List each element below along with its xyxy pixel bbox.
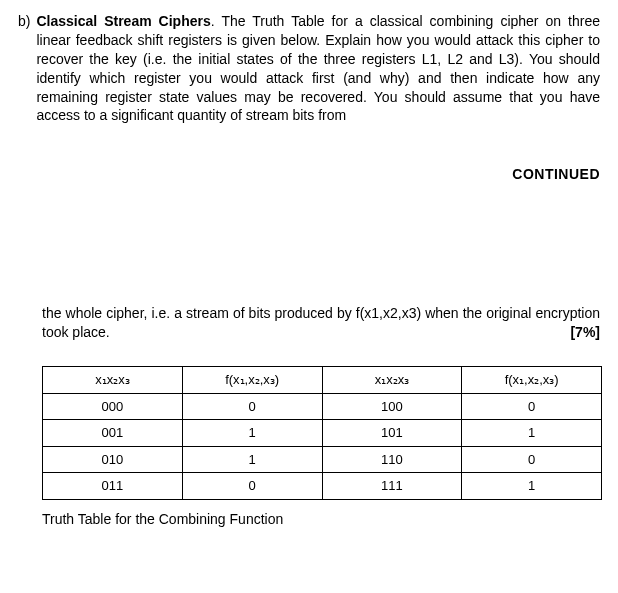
- paragraph-2-text: the whole cipher, i.e. a stream of bits …: [42, 305, 600, 340]
- cell-l-out: 0: [182, 473, 322, 500]
- question-title: Classical Stream Ciphers: [36, 13, 210, 29]
- cell-l-out: 0: [182, 393, 322, 420]
- cell-r-in: 100: [322, 393, 462, 420]
- table-caption: Truth Table for the Combining Function: [42, 510, 600, 529]
- cell-l-in: 010: [43, 446, 183, 473]
- table-header-row: x₁x₂x₃ f(x₁,x₂,x₃) x₁x₂x₃ f(x₁,x₂,x₃): [43, 367, 602, 394]
- cell-l-in: 001: [43, 420, 183, 447]
- question-text-1: . The Truth Table for a classical combin…: [36, 13, 600, 123]
- cell-l-out: 1: [182, 420, 322, 447]
- th-left-output: f(x₁,x₂,x₃): [182, 367, 322, 394]
- cell-r-out: 1: [462, 473, 602, 500]
- table-row: 001 1 101 1: [43, 420, 602, 447]
- th-right-output: f(x₁,x₂,x₃): [462, 367, 602, 394]
- th-right-input: x₁x₂x₃: [322, 367, 462, 394]
- cell-r-in: 101: [322, 420, 462, 447]
- cell-r-out: 1: [462, 420, 602, 447]
- truth-table: x₁x₂x₃ f(x₁,x₂,x₃) x₁x₂x₃ f(x₁,x₂,x₃) 00…: [42, 366, 602, 500]
- th-left-input: x₁x₂x₃: [43, 367, 183, 394]
- cell-l-in: 000: [43, 393, 183, 420]
- question-label: b): [18, 12, 30, 125]
- question-block: b) Classical Stream Ciphers. The Truth T…: [18, 12, 600, 125]
- cell-r-in: 111: [322, 473, 462, 500]
- marks-label: [7%]: [570, 323, 600, 342]
- cell-l-out: 1: [182, 446, 322, 473]
- paragraph-2: the whole cipher, i.e. a stream of bits …: [42, 304, 600, 342]
- table-row: 000 0 100 0: [43, 393, 602, 420]
- continued-label: CONTINUED: [18, 165, 600, 184]
- table-row: 011 0 111 1: [43, 473, 602, 500]
- cell-l-in: 011: [43, 473, 183, 500]
- cell-r-out: 0: [462, 393, 602, 420]
- cell-r-in: 110: [322, 446, 462, 473]
- cell-r-out: 0: [462, 446, 602, 473]
- question-body: Classical Stream Ciphers. The Truth Tabl…: [36, 12, 600, 125]
- table-row: 010 1 110 0: [43, 446, 602, 473]
